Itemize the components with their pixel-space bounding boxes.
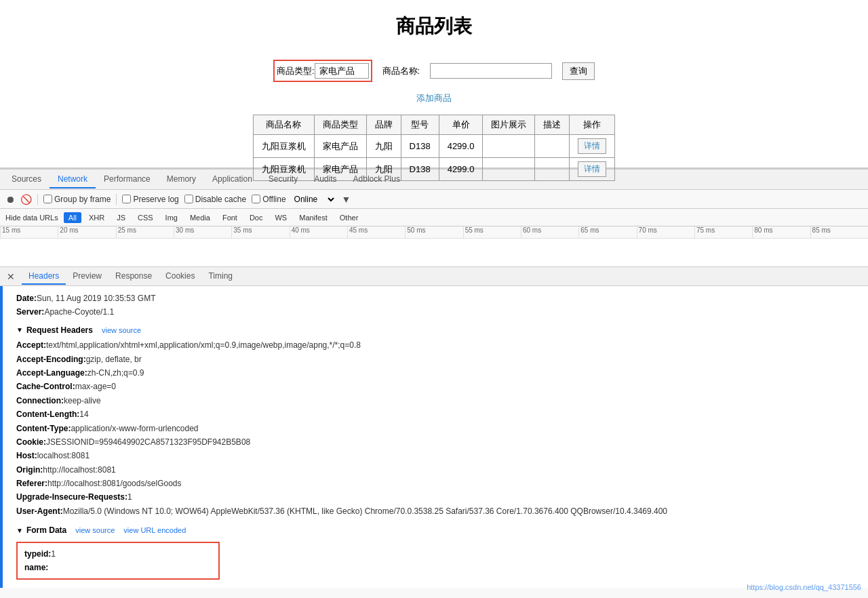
toolbar-separator [37, 194, 38, 205]
panel-tab-cookies[interactable]: Cookies [159, 268, 201, 285]
offline-label[interactable]: Offline [252, 195, 285, 204]
request-header-row: Connection: keep-alive [16, 394, 857, 407]
tab-performance[interactable]: Performance [96, 171, 159, 188]
filter-manifest[interactable]: Manifest [294, 212, 332, 223]
disable-cache-label[interactable]: Disable cache [184, 195, 246, 204]
disable-cache-checkbox[interactable] [184, 195, 193, 203]
table-cell [535, 158, 570, 181]
header-value: keep-alive [64, 394, 101, 407]
timeline-tick: 15 ms [0, 226, 58, 238]
table-row: 九阳豆浆机家电产品九阳D1384299.0详情 [253, 135, 615, 158]
panel-tab-timing[interactable]: Timing [201, 268, 239, 285]
table-cell: D138 [401, 135, 439, 158]
col-desc: 描述 [535, 115, 570, 135]
page-title: 商品列表 [396, 14, 472, 39]
timeline-tick: 35 ms [231, 226, 289, 238]
filter-font[interactable]: Font [218, 212, 242, 223]
timeline-tick: 40 ms [290, 226, 347, 238]
request-header-row: Referer: http://localhost:8081/goods/sel… [16, 477, 857, 490]
request-headers-list: Accept: text/html,application/xhtml+xml,… [16, 338, 857, 518]
header-value: http://localhost:8081 [43, 463, 115, 477]
filter-ws[interactable]: WS [270, 212, 292, 223]
timeline-ruler: 15 ms20 ms25 ms30 ms35 ms40 ms45 ms50 ms… [0, 226, 868, 239]
header-value: application/x-www-form-urlencoded [71, 422, 198, 435]
filter-js[interactable]: JS [112, 212, 130, 223]
form-data-key: name: [24, 561, 48, 574]
type-select[interactable]: 家电产品 数码产品 服装 食品 [315, 63, 369, 79]
devtools-panel: Sources Network Performance Memory Appli… [0, 168, 868, 598]
close-panel-icon[interactable]: ✕ [3, 271, 18, 282]
headers-content: Date: Sun, 11 Aug 2019 10:35:53 GMT Serv… [5, 286, 868, 588]
type-select-container: 家电产品 数码产品 服装 食品 [315, 63, 369, 79]
throttle-dropdown-icon[interactable]: ▼ [342, 194, 351, 205]
name-input[interactable] [430, 63, 552, 79]
group-by-frame-label[interactable]: Group by frame [43, 195, 111, 204]
tab-audits[interactable]: Audits [306, 171, 344, 188]
toolbar-separator2 [116, 194, 117, 205]
filter-bar: Hide data URLs All XHR JS CSS Img Media … [0, 209, 868, 226]
col-image: 图片展示 [483, 115, 535, 135]
filter-doc[interactable]: Doc [245, 212, 268, 223]
col-model: 型号 [401, 115, 439, 135]
server-key: Server: [16, 305, 44, 319]
tab-memory[interactable]: Memory [159, 171, 204, 188]
search-bar: 商品类型: 家电产品 数码产品 服装 食品 商品名称: 查询 [273, 60, 595, 82]
filter-xhr[interactable]: XHR [84, 212, 109, 223]
header-key: Host: [16, 449, 37, 462]
header-value: http://localhost:8081/goods/selGoods [47, 477, 181, 490]
header-key: Accept-Language: [16, 366, 87, 380]
preserve-log-text: Preserve log [133, 195, 178, 204]
header-key: Content-Length: [16, 407, 79, 421]
panel-tab-headers[interactable]: Headers [22, 268, 66, 285]
preserve-log-label[interactable]: Preserve log [122, 195, 178, 204]
tab-sources[interactable]: Sources [3, 171, 50, 188]
date-val: Sun, 11 Aug 2019 10:35:53 GMT [37, 292, 155, 305]
request-headers-section[interactable]: ▼ Request Headers view source [16, 323, 857, 337]
form-data-box: typeid: 1name: [16, 542, 220, 580]
form-data-value: 1 [51, 547, 56, 561]
record-icon[interactable]: ⏺ [5, 194, 15, 205]
add-link[interactable]: 添加商品 [416, 92, 452, 104]
tab-application[interactable]: Application [204, 171, 260, 188]
request-header-row: Accept-Encoding: gzip, deflate, br [16, 353, 857, 366]
table-cell: 家电产品 [314, 135, 366, 158]
timeline-tick: 75 ms [694, 226, 752, 238]
view-url-encoded-link[interactable]: view URL encoded [123, 524, 186, 537]
table-cell: 4299.0 [439, 158, 483, 181]
header-key: Content-Type: [16, 422, 71, 435]
tab-security[interactable]: Security [260, 171, 306, 188]
filter-img[interactable]: Img [161, 212, 182, 223]
request-headers-title: Request Headers [26, 323, 93, 337]
filter-css[interactable]: CSS [133, 212, 158, 223]
search-button[interactable]: 查询 [562, 62, 595, 80]
view-source-link2[interactable]: view source [75, 524, 115, 537]
table-cell: 九阳 [366, 135, 401, 158]
triangle-icon: ▼ [16, 324, 23, 336]
filter-all[interactable]: All [64, 212, 81, 223]
header-value: Mozilla/5.0 (Windows NT 10.0; WOW64) App… [63, 504, 667, 518]
clear-icon[interactable]: 🚫 [20, 194, 32, 205]
tab-network[interactable]: Network [50, 171, 96, 188]
filter-other[interactable]: Other [335, 212, 363, 223]
preserve-log-checkbox[interactable] [122, 195, 131, 203]
timeline-tick: 55 ms [463, 226, 521, 238]
panel-tab-preview[interactable]: Preview [66, 268, 108, 285]
col-name: 商品名称 [253, 115, 314, 135]
offline-checkbox[interactable] [252, 195, 260, 203]
group-by-frame-checkbox[interactable] [43, 195, 52, 203]
tab-adblock[interactable]: Adblock Plus [345, 171, 408, 188]
date-key: Date: [16, 292, 37, 305]
header-value: JSESSIONID=9594649902CA8571323F95DF942B5… [46, 435, 250, 449]
panel-tab-response[interactable]: Response [108, 268, 159, 285]
detail-button[interactable]: 详情 [578, 138, 606, 154]
view-source-link[interactable]: view source [102, 324, 141, 337]
filter-media[interactable]: Media [185, 212, 215, 223]
request-header-row: User-Agent: Mozilla/5.0 (Windows NT 10.0… [16, 504, 857, 518]
header-key: User-Agent: [16, 504, 63, 518]
table-cell: 4299.0 [439, 135, 483, 158]
date-row: Date: Sun, 11 Aug 2019 10:35:53 GMT [16, 292, 857, 305]
online-select[interactable]: Online Offline Slow 3G Fast 3G [292, 194, 336, 205]
form-data-section[interactable]: ▼ Form Data view source view URL encoded [16, 523, 857, 537]
detail-button[interactable]: 详情 [578, 161, 606, 177]
form-data-row: name: [24, 561, 212, 574]
